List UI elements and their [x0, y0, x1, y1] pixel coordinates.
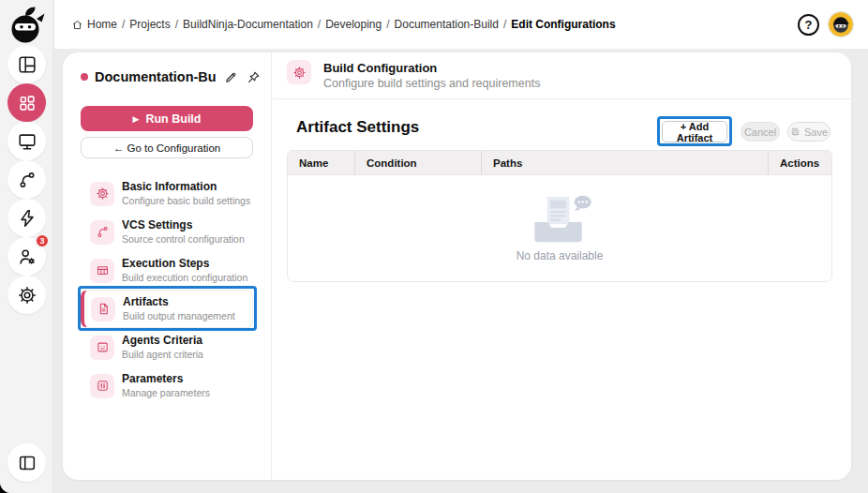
breadcrumb-project[interactable]: BuildNinja-Documentation: [183, 18, 313, 31]
ninja-logo-icon: [6, 5, 47, 46]
nav-item-desc: Build execution configuration: [122, 272, 247, 283]
pin-icon: [247, 70, 261, 84]
configuration-panel: Documentation-Bu... ▶ Run Build ← Go to …: [63, 52, 272, 480]
column-header-name: Name: [288, 151, 354, 174]
file-icon: [91, 297, 115, 321]
buildninja-logo[interactable]: [6, 5, 47, 46]
nav-item-artifacts[interactable]: Artifacts Build output management: [81, 290, 253, 328]
run-build-button[interactable]: ▶ Run Build: [81, 106, 253, 131]
lightning-icon: [17, 208, 37, 229]
question-mark-icon: ?: [805, 18, 813, 32]
breadcrumb-separator: /: [318, 18, 321, 31]
add-artifact-button[interactable]: + Add Artifact: [662, 121, 727, 142]
user-avatar[interactable]: [829, 12, 853, 37]
go-to-configuration-button[interactable]: ← Go to Configuration: [81, 137, 253, 158]
breadcrumb-subproject[interactable]: Developing: [325, 18, 382, 31]
monitor-icon: [17, 131, 37, 152]
git-branch-icon: [90, 220, 114, 245]
section-title: Artifact Settings: [296, 118, 419, 137]
content-card: Documentation-Bu... ▶ Run Build ← Go to …: [63, 52, 851, 480]
layout-dashboard-icon: [17, 54, 37, 75]
nav-item-label: VCS Settings: [122, 219, 245, 232]
sliders-icon: [90, 374, 114, 398]
breadcrumb-separator: /: [386, 18, 389, 31]
main-content: Build Configuration Configure build sett…: [273, 52, 851, 480]
breadcrumb-separator: /: [175, 18, 178, 31]
nav-item-label: Basic Information: [122, 181, 250, 194]
save-disk-icon: [790, 127, 801, 137]
breadcrumb-build[interactable]: Documentation-Build: [395, 18, 499, 31]
save-button[interactable]: Save: [787, 122, 831, 142]
breadcrumb-current-page: Edit Configurations: [511, 18, 615, 31]
git-branch-icon: [17, 170, 37, 190]
empty-inbox-icon: [523, 194, 596, 247]
sidebar-item-settings[interactable]: [7, 276, 46, 314]
gear-icon: [90, 182, 114, 206]
help-button[interactable]: ?: [798, 14, 819, 36]
table-header-row: Name Condition Paths Actions: [288, 151, 831, 175]
breadcrumb: Home / Projects / BuildNinja-Documentati…: [71, 0, 616, 49]
pencil-icon: [224, 70, 238, 84]
notification-badge: 3: [35, 233, 50, 248]
configuration-title-row: Documentation-Bu...: [81, 69, 261, 84]
collapse-panel-icon: [17, 453, 37, 473]
breadcrumb-home-label: Home: [87, 18, 117, 31]
configuration-nav: Basic Information Configure basic build …: [81, 174, 253, 405]
nav-item-desc: Build agent criteria: [122, 349, 203, 360]
page-subtitle: Configure build settings and requirement…: [323, 77, 540, 90]
go-to-configuration-label: ← Go to Configuration: [113, 142, 220, 154]
breadcrumb-projects[interactable]: Projects: [129, 18, 170, 31]
nav-item-basic-information[interactable]: Basic Information Configure basic build …: [81, 174, 253, 213]
nav-item-label: Agents Criteria: [122, 335, 203, 348]
gear-icon: [287, 60, 311, 84]
sidebar-collapse-button[interactable]: [7, 443, 46, 482]
nav-item-execution-steps[interactable]: Execution Steps Build execution configur…: [81, 251, 253, 290]
status-dot: [81, 73, 88, 81]
nav-item-label: Execution Steps: [122, 258, 247, 271]
table-icon: [90, 259, 114, 283]
sidebar-item-dashboard[interactable]: [7, 45, 46, 83]
run-build-label: Run Build: [145, 112, 201, 126]
nav-item-desc: Manage parameters: [122, 387, 210, 398]
robot-icon: [90, 336, 114, 360]
breadcrumb-home[interactable]: Home: [71, 18, 117, 31]
column-header-paths: Paths: [481, 151, 768, 174]
cancel-button[interactable]: Cancel: [741, 122, 780, 142]
nav-item-parameters[interactable]: Parameters Manage parameters: [81, 366, 253, 405]
nav-item-desc: Configure basic build settings: [122, 195, 250, 206]
nav-item-desc: Build output management: [123, 310, 235, 321]
sidebar-item-agents[interactable]: [7, 122, 46, 160]
configuration-title: Documentation-Bu...: [95, 69, 216, 84]
pin-button[interactable]: [247, 70, 261, 84]
save-label: Save: [804, 127, 828, 138]
edit-title-button[interactable]: [224, 70, 238, 84]
nav-item-label: Parameters: [122, 373, 210, 386]
artifacts-table: Name Condition Paths Actions: [287, 150, 832, 282]
settings-gear-icon: [17, 285, 37, 306]
nav-item-vcs-settings[interactable]: VCS Settings Source control configuratio…: [81, 213, 253, 251]
column-header-condition: Condition: [354, 151, 481, 174]
ninja-avatar-icon: [829, 12, 853, 37]
breadcrumb-separator: /: [122, 18, 125, 31]
nav-item-label: Artifacts: [123, 296, 235, 309]
breadcrumb-separator: /: [503, 18, 506, 31]
sidebar-rail: 3: [0, 0, 53, 493]
play-icon: ▶: [133, 114, 140, 124]
sidebar-item-users[interactable]: 3: [7, 237, 46, 276]
nav-item-agents-criteria[interactable]: Agents Criteria Build agent criteria: [81, 328, 253, 366]
app-screen: 3 Home / Projects / BuildNinja-Documenta…: [0, 0, 868, 493]
sidebar-item-projects[interactable]: [7, 83, 46, 122]
topbar: Home / Projects / BuildNinja-Documentati…: [54, 0, 868, 49]
page-title: Build Configuration: [323, 61, 437, 75]
empty-state-text: No data available: [516, 249, 604, 262]
user-settings-icon: [17, 246, 37, 267]
table-empty-state: No data available: [288, 175, 831, 281]
sidebar-item-activity[interactable]: [7, 199, 46, 237]
apps-grid-icon: [17, 93, 37, 113]
home-icon: [71, 19, 83, 31]
sidebar-item-vcs[interactable]: [7, 160, 46, 199]
header-divider: [273, 98, 851, 99]
nav-item-desc: Source control configuration: [122, 233, 245, 245]
column-header-actions: Actions: [768, 151, 831, 174]
